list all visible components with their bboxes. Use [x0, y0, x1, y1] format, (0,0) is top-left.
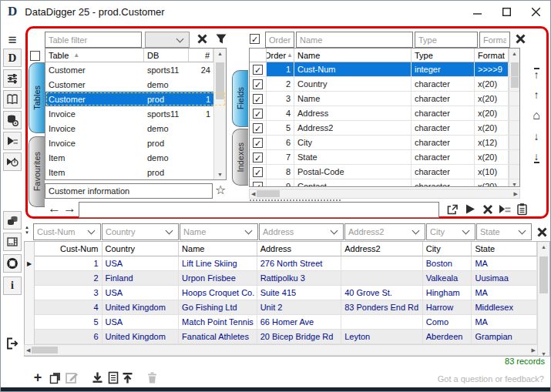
table-row[interactable]: Itemdemo [45, 150, 226, 165]
fields-col-format[interactable]: Format [475, 49, 509, 62]
tab-fields[interactable]: Fields [232, 70, 248, 127]
data-row[interactable]: 2FinlandUrpon FrisbeeRattipolku 3Valkeal… [25, 271, 549, 286]
field-type-filter-input[interactable] [415, 32, 478, 48]
filter-funnel-icon[interactable] [215, 33, 227, 46]
view-record-icon[interactable] [106, 370, 121, 385]
table-row[interactable]: Customerdemo [45, 77, 226, 92]
support-lifebuoy-icon[interactable] [3, 254, 22, 273]
tables-col-count[interactable]: # [189, 49, 213, 62]
table-filter-dropdown[interactable] [145, 32, 190, 48]
data-row[interactable]: ▶ 1USALift Line Skiing276 North StreetBo… [25, 256, 549, 271]
filter-dropdown-country[interactable]: Country [102, 223, 179, 240]
table-row[interactable]: Itemprod ▼ [45, 165, 226, 179]
data-row[interactable]: 3USAHoops Croquet Co.Suite 41540 Grove S… [25, 286, 549, 300]
splitter-handle[interactable] [250, 199, 341, 201]
clipboard-icon[interactable] [516, 203, 528, 217]
database-gear-icon[interactable] [3, 111, 22, 129]
open-query-window-icon[interactable] [446, 203, 459, 217]
edit-record-icon[interactable] [64, 370, 79, 385]
window-layout-icon[interactable] [3, 233, 22, 251]
tables-scrollbar-track[interactable] [213, 62, 226, 77]
tables-col-db[interactable]: DB [144, 49, 189, 62]
field-checkbox[interactable]: ✓ [253, 109, 263, 119]
tab-favourites[interactable]: Favourites [29, 136, 45, 207]
exit-icon[interactable] [3, 334, 22, 353]
datadigger-icon[interactable]: D [3, 49, 22, 67]
tab-indexes[interactable]: Indexes [232, 129, 248, 186]
table-description-input[interactable] [45, 183, 213, 199]
menu-icon[interactable]: ≡ [3, 30, 22, 49]
run-timer-icon[interactable] [3, 152, 22, 171]
query-back-icon[interactable]: ← [48, 201, 61, 216]
table-filter-input[interactable] [45, 32, 142, 48]
clear-field-filter-icon[interactable] [515, 33, 526, 46]
column-width-spinner[interactable]: ▲▼ [25, 225, 29, 235]
tables-scrollbar-up[interactable]: ▲ [213, 49, 226, 62]
import-data-icon[interactable] [89, 370, 105, 385]
field-order-filter-input[interactable] [265, 32, 294, 48]
data-col-name[interactable]: Name [179, 242, 257, 256]
fields-col-type[interactable]: Type [412, 49, 475, 62]
run-query-play-icon[interactable] [465, 203, 476, 216]
delete-record-icon[interactable] [144, 370, 160, 385]
add-record-icon[interactable]: + [30, 370, 45, 385]
data-col-country[interactable]: Country [102, 242, 180, 256]
data-col-city[interactable]: City [423, 242, 472, 256]
field-checkbox[interactable]: ✓ [253, 167, 263, 177]
field-row[interactable]: ✓ 9Contactcharacterx(20) ▼ [250, 179, 519, 187]
settings-sliders-icon[interactable] [3, 69, 22, 88]
field-row[interactable]: ✓ 4Addresscharacterx(20) [250, 106, 519, 121]
clear-data-filters-icon[interactable] [536, 226, 548, 240]
data-col-address2[interactable]: Address2 [341, 242, 423, 256]
export-data-icon[interactable] [119, 370, 135, 385]
field-checkbox[interactable]: ✓ [253, 94, 263, 104]
field-checkbox[interactable]: ✓ [253, 79, 263, 89]
filter-dropdown-state[interactable]: State [476, 223, 532, 240]
filter-dropdown-city[interactable]: City [426, 223, 475, 240]
field-row[interactable]: ✓ 5Address2characterx(20) [250, 121, 519, 136]
filter-dropdown-name[interactable]: Name [180, 223, 258, 240]
data-scrollbar-up[interactable]: ▲ [537, 242, 549, 256]
table-row[interactable]: Customersports1124 [45, 62, 226, 77]
field-row[interactable]: ✓ 7Statecharacterx(20) [250, 150, 519, 165]
help-book-icon[interactable] [3, 90, 22, 109]
field-row[interactable]: ✓ 8Postal-Codecharacterx(10) [250, 165, 519, 179]
data-col-address[interactable]: Address [257, 242, 342, 256]
move-field-down-button[interactable]: ↓ [527, 128, 546, 145]
table-row[interactable]: Invoicesports111 [45, 106, 226, 121]
favourite-star-icon[interactable]: ☆ [215, 183, 226, 197]
move-field-up-button[interactable]: ↑ [527, 86, 546, 103]
run-query-icon[interactable] [3, 132, 22, 150]
filter-dropdown-custnum[interactable]: Cust-Num [33, 223, 101, 240]
data-col-state[interactable]: State [472, 242, 537, 256]
move-field-top-button[interactable]: ↑ [527, 65, 546, 82]
table-row[interactable]: Invoiceprod [45, 136, 226, 150]
maximize-button[interactable] [492, 1, 521, 22]
field-checkbox[interactable]: ✓ [253, 123, 263, 133]
fields-col-name[interactable]: Name [294, 49, 412, 62]
field-row[interactable]: ✓ 6Citycharacterx(12) [250, 136, 519, 150]
filter-dropdown-address[interactable]: Address [259, 223, 344, 240]
data-row[interactable]: 4United KingdomGo Fishing LtdUnit 283 Po… [25, 300, 549, 315]
clear-table-filter-icon[interactable] [197, 33, 208, 46]
run-with-params-icon[interactable] [499, 203, 512, 216]
field-row[interactable]: ✓ 1Cust-Numinteger>>>>9 [250, 62, 519, 77]
field-row[interactable]: ✓ 2Countrycharacterx(20) [250, 77, 519, 92]
fields-hscrollbar[interactable]: ◀▶ [249, 189, 520, 199]
query-input[interactable] [79, 202, 439, 218]
query-forward-icon[interactable]: → [63, 201, 76, 216]
data-col-custnum[interactable]: Cust-Num [35, 242, 102, 256]
field-checkbox[interactable]: ✓ [253, 65, 263, 75]
reset-field-order-button[interactable]: ⌂ [527, 107, 546, 124]
table-row[interactable]: Invoicedemo [45, 121, 226, 136]
data-row[interactable]: 6United KingdomFanatical Athletes20 Bice… [25, 330, 549, 344]
data-hscrollbar[interactable]: ◀▶ [24, 344, 538, 356]
field-row[interactable]: ✓ 3Namecharacterx(20) [250, 92, 519, 106]
data-row[interactable]: 5USAMatch Point Tennis66 Homer AveComoMA [25, 315, 549, 330]
fields-col-order[interactable]: Order▲ [267, 49, 294, 62]
tables-select-all-checkbox[interactable] [30, 51, 40, 61]
field-checkbox[interactable]: ✓ [253, 138, 263, 148]
table-row-selected[interactable]: Customerprod1 [45, 92, 226, 106]
field-checkbox[interactable]: ✓ [253, 182, 263, 188]
tables-col-table[interactable]: Table▲ [45, 49, 144, 62]
